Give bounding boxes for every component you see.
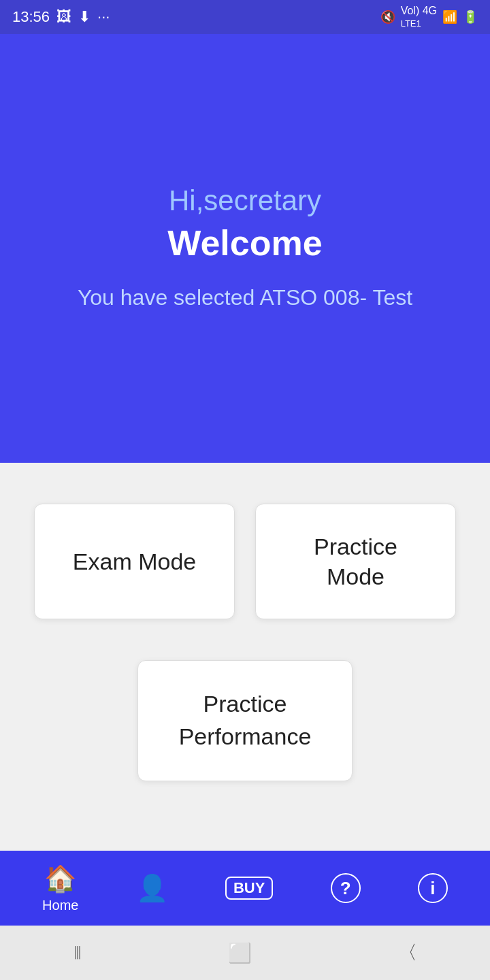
photo-icon: 🖼 bbox=[56, 8, 71, 26]
practice-perf-row: PracticePerformance bbox=[34, 660, 456, 781]
hero-section: Hi,secretary Welcome You have selected A… bbox=[0, 34, 490, 463]
android-home-icon: ⬜ bbox=[228, 942, 252, 964]
more-icon: ··· bbox=[97, 8, 110, 26]
status-right: 🔇 Vol) 4GLTE1 📶 🔋 bbox=[380, 5, 478, 29]
mute-icon: 🔇 bbox=[380, 10, 395, 24]
mode-buttons-row: Exam Mode PracticeMode bbox=[34, 504, 456, 619]
exam-mode-button[interactable]: Exam Mode bbox=[34, 504, 235, 619]
help-icon: ? bbox=[331, 873, 361, 903]
android-home-button[interactable]: ⬜ bbox=[228, 942, 252, 964]
status-bar: 13:56 🖼 ⬇ ··· 🔇 Vol) 4GLTE1 📶 🔋 bbox=[0, 0, 490, 34]
selected-exam-text: You have selected ATSO 008- Test bbox=[78, 282, 412, 313]
status-time: 13:56 bbox=[12, 8, 50, 26]
nav-buy[interactable]: BUY bbox=[225, 877, 273, 900]
android-nav-bar: ⦀ ⬜ 〈 bbox=[0, 926, 490, 980]
wifi-icon: 📶 bbox=[442, 10, 457, 24]
nav-info[interactable]: i bbox=[418, 873, 448, 903]
person-icon: 👤 bbox=[136, 873, 168, 903]
greeting-text: Hi,secretary bbox=[169, 184, 321, 217]
nav-help[interactable]: ? bbox=[331, 873, 361, 903]
bottom-navigation: 🏠 Home 👤 BUY ? i bbox=[0, 851, 490, 926]
home-label: Home bbox=[42, 898, 78, 913]
back-icon: 〈 bbox=[398, 940, 417, 966]
android-back-button[interactable]: 〈 bbox=[398, 940, 417, 966]
nav-profile[interactable]: 👤 bbox=[136, 873, 168, 903]
menu-icon: ⦀ bbox=[74, 942, 82, 964]
battery-icon: 🔋 bbox=[463, 10, 478, 24]
info-icon: i bbox=[418, 873, 448, 903]
android-menu-button[interactable]: ⦀ bbox=[74, 942, 82, 964]
buy-badge: BUY bbox=[225, 877, 273, 900]
main-content: Exam Mode PracticeMode PracticePerforman… bbox=[0, 463, 490, 781]
practice-mode-button[interactable]: PracticeMode bbox=[255, 504, 456, 619]
download-icon: ⬇ bbox=[78, 8, 91, 26]
welcome-text: Welcome bbox=[167, 223, 322, 263]
nav-home[interactable]: 🏠 Home bbox=[42, 864, 78, 913]
practice-performance-button[interactable]: PracticePerformance bbox=[137, 660, 353, 781]
signal-text: Vol) 4GLTE1 bbox=[401, 5, 437, 29]
home-icon: 🏠 bbox=[44, 864, 76, 894]
status-left: 13:56 🖼 ⬇ ··· bbox=[12, 8, 110, 26]
